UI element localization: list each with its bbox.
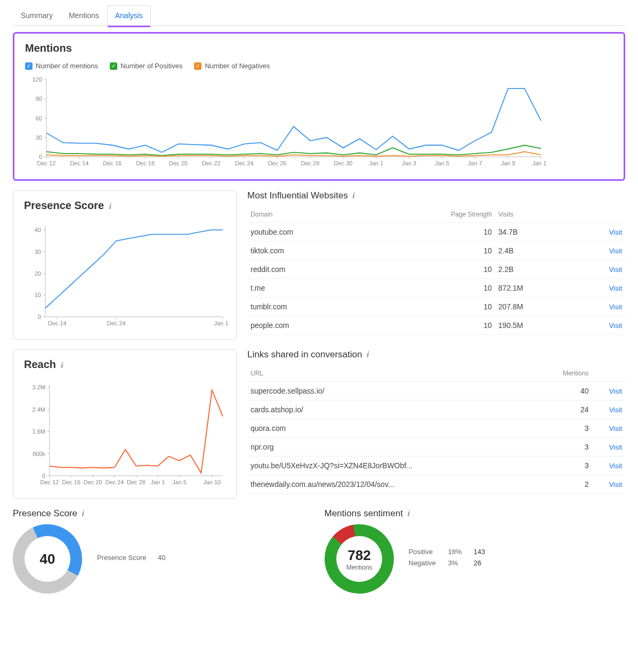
positive-count: 143 <box>474 548 486 556</box>
links-section: Links shared in conversation i URL Menti… <box>247 349 625 494</box>
cell-url: thenewdaily.com.au/news/2023/12/04/sov..… <box>247 475 536 494</box>
presence-donut: 40 <box>2 513 94 605</box>
mentions-chart: 0306090120Dec 12Dec 14Dec 16Dec 18Dec 20… <box>25 75 547 169</box>
tab-summary[interactable]: Summary <box>13 5 61 25</box>
svg-text:Dec 28: Dec 28 <box>127 479 146 485</box>
col-domain: Domain <box>247 206 374 223</box>
cell-domain: tumblr.com <box>247 298 374 316</box>
svg-text:800k: 800k <box>33 451 45 457</box>
cell-visits: 34.7B <box>495 223 576 242</box>
svg-text:40: 40 <box>35 227 41 233</box>
svg-text:Dec 12: Dec 12 <box>41 479 59 485</box>
svg-text:Dec 20: Dec 20 <box>169 160 188 166</box>
visit-link[interactable]: Visit <box>609 425 622 433</box>
visit-link[interactable]: Visit <box>609 387 622 395</box>
svg-text:Dec 14: Dec 14 <box>48 320 67 326</box>
svg-text:Dec 20: Dec 20 <box>84 479 102 485</box>
cell-mentions: 40 <box>536 382 592 401</box>
svg-text:Dec 30: Dec 30 <box>334 160 352 166</box>
svg-text:0: 0 <box>39 154 42 160</box>
svg-text:Dec 12: Dec 12 <box>37 160 56 166</box>
sentiment-donut: 782Mentions <box>310 510 408 606</box>
visit-link[interactable]: Visit <box>609 266 622 274</box>
svg-text:30: 30 <box>35 249 41 255</box>
visit-link[interactable]: Visit <box>609 303 622 311</box>
sentiment-title: Mentions sentiment i <box>325 508 626 519</box>
svg-text:Jan 10: Jan 10 <box>203 479 221 485</box>
table-row: npr.org3Visit <box>247 438 625 457</box>
visit-link[interactable]: Visit <box>609 284 622 292</box>
sentiment-total-label: Mentions <box>346 564 372 571</box>
mentions-legend: ✓Number of mentions ✓Number of Positives… <box>25 62 613 70</box>
cell-url: npr.org <box>247 438 536 457</box>
svg-text:Dec 24: Dec 24 <box>107 320 126 326</box>
svg-text:Jan 11: Jan 11 <box>214 320 229 326</box>
presence-donut-value: 40 <box>40 551 55 567</box>
info-icon[interactable]: i <box>61 361 63 370</box>
svg-text:Jan 3: Jan 3 <box>402 160 416 166</box>
cell-visits: 190.5M <box>495 316 576 335</box>
cell-mentions: 3 <box>536 438 592 457</box>
svg-text:10: 10 <box>35 292 41 298</box>
tab-mentions[interactable]: Mentions <box>61 5 107 25</box>
legend-negatives[interactable]: ✓Number of Negatives <box>194 62 270 70</box>
sentiment-total: 782 <box>348 547 370 564</box>
info-icon[interactable]: i <box>109 202 111 211</box>
svg-text:Jan 9: Jan 9 <box>501 160 515 166</box>
cell-strength: 10 <box>374 223 495 242</box>
cell-url: youtu.be/U5XeHvzX-JQ?si=XZN4E8JorBWObf..… <box>247 457 536 475</box>
cell-domain: reddit.com <box>247 260 374 279</box>
svg-text:Dec 26: Dec 26 <box>268 160 287 166</box>
cell-mentions: 2 <box>536 475 592 494</box>
checkbox-icon: ✓ <box>110 62 117 70</box>
visit-link[interactable]: Visit <box>609 406 622 414</box>
presence-score-section: Presence Score i 40 Presence Score40 <box>13 508 314 594</box>
svg-text:Dec 14: Dec 14 <box>70 160 88 166</box>
svg-text:Jan 5: Jan 5 <box>172 479 187 485</box>
table-row: youtu.be/U5XeHvzX-JQ?si=XZN4E8JorBWObf..… <box>247 457 625 475</box>
info-icon[interactable]: i <box>408 509 410 518</box>
visit-link[interactable]: Visit <box>609 228 622 236</box>
table-row: youtube.com1034.7BVisit <box>247 223 625 242</box>
checkbox-icon: ✓ <box>194 62 201 70</box>
presence-score-title: Presence Score i <box>13 508 314 519</box>
positive-pct: 18% <box>448 548 466 556</box>
influential-title: Most Influential Websites i <box>247 190 625 201</box>
tabs: Summary Mentions Analysis <box>13 5 625 26</box>
negative-label: Negative <box>409 559 441 567</box>
svg-text:1.6M: 1.6M <box>33 428 45 435</box>
negative-count: 26 <box>474 559 481 567</box>
cell-strength: 10 <box>374 298 495 316</box>
cell-strength: 10 <box>374 279 495 298</box>
presence-card: Presence Score i 010203040Dec 14Dec 24Ja… <box>13 190 237 340</box>
visit-link[interactable]: Visit <box>609 443 622 451</box>
info-icon[interactable]: i <box>367 350 369 359</box>
svg-text:Dec 16: Dec 16 <box>103 160 122 166</box>
table-row: tiktok.com102.4BVisit <box>247 242 625 260</box>
cell-strength: 10 <box>374 316 495 335</box>
info-icon[interactable]: i <box>82 509 84 518</box>
cell-domain: tiktok.com <box>247 242 374 260</box>
links-table: URL Mentions supercode.sellpass.io/40Vis… <box>247 365 625 494</box>
visit-link[interactable]: Visit <box>609 462 622 470</box>
visit-link[interactable]: Visit <box>609 322 622 330</box>
tab-analysis[interactable]: Analysis <box>107 5 151 26</box>
visit-link[interactable]: Visit <box>609 247 622 255</box>
cell-mentions: 24 <box>536 401 592 419</box>
col-visits: Visits <box>495 206 576 223</box>
presence-value: 40 <box>158 554 176 562</box>
visit-link[interactable]: Visit <box>609 481 622 489</box>
svg-text:3.2M: 3.2M <box>33 384 45 390</box>
presence-label: Presence Score <box>97 554 150 562</box>
cell-visits: 872.1M <box>495 279 576 298</box>
legend-positives[interactable]: ✓Number of Positives <box>110 62 182 70</box>
table-row: reddit.com102.2BVisit <box>247 260 625 279</box>
links-title: Links shared in conversation i <box>247 349 625 360</box>
table-row: quora.com3Visit <box>247 419 625 438</box>
svg-text:Jan 1: Jan 1 <box>369 160 383 166</box>
influential-section: Most Influential Websites i Domain Page … <box>247 190 625 335</box>
info-icon[interactable]: i <box>352 191 354 200</box>
table-row: t.me10872.1MVisit <box>247 279 625 298</box>
svg-text:Jan 11: Jan 11 <box>532 160 547 166</box>
legend-mentions[interactable]: ✓Number of mentions <box>25 62 98 70</box>
